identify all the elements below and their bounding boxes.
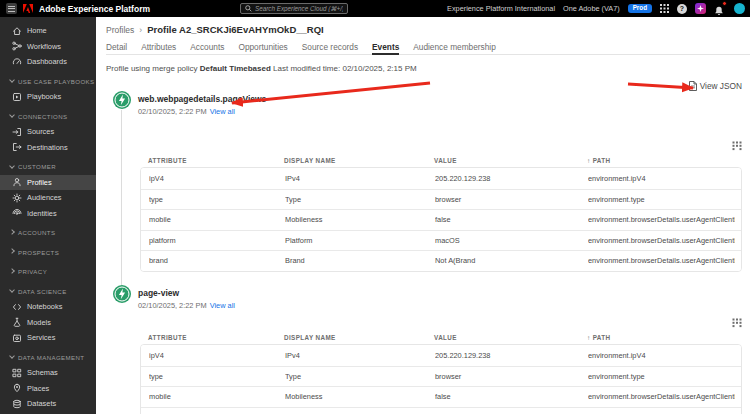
app-title: Adobe Experience Platform <box>39 4 150 14</box>
column-header-attribute[interactable]: ATTRIBUTE <box>140 334 284 341</box>
section-label: USE CASE PLAYBOOKS <box>18 78 95 85</box>
section-label: PROSPECTS <box>18 249 59 256</box>
sidebar-item-label: Profiles <box>27 178 52 187</box>
column-header-label: PATH <box>593 157 611 164</box>
sidebar-item-label: Datasets <box>27 399 56 408</box>
tab-attributes[interactable]: Attributes <box>141 41 176 55</box>
attribute-cell: mobile <box>141 215 285 224</box>
column-header-label: VALUE <box>434 157 457 164</box>
tab-detail[interactable]: Detail <box>106 41 127 55</box>
sidebar-item-destinations[interactable]: Destinations <box>0 140 96 156</box>
path-cell: environment.browserDetails.userAgentClie… <box>588 215 741 224</box>
sidebar-item-label: Home <box>27 26 47 35</box>
customize-table-icon[interactable] <box>732 137 742 149</box>
chevron-right-icon <box>9 248 15 254</box>
home-icon <box>12 26 22 36</box>
sidebar-item-models[interactable]: Models <box>0 315 96 331</box>
sort-ascending-icon: ↑ <box>587 334 591 341</box>
display-name-cell: IPv4 <box>285 351 435 360</box>
column-header-value[interactable]: VALUE <box>434 334 587 341</box>
column-header-path[interactable]: ↑PATH <box>587 334 742 341</box>
event-attributes-table: ATTRIBUTEDISPLAY NAMEVALUE↑PATHipV4IPv42… <box>140 137 742 272</box>
profiles-icon <box>12 177 22 187</box>
view-all-link[interactable]: View all <box>210 301 235 310</box>
org-name[interactable]: Experience Platform International <box>447 4 555 13</box>
search-icon <box>245 5 252 12</box>
last-modified-time: 02/10/2025, 2:15 PM <box>342 64 416 73</box>
table-header-row: ATTRIBUTEDISPLAY NAMEVALUE↑PATH <box>140 153 742 167</box>
tab-accounts[interactable]: Accounts <box>190 41 224 55</box>
event-name: web.webpagedetails.pageViews <box>138 94 266 104</box>
sidebar-item-playbooks[interactable]: Playbooks <box>0 89 96 105</box>
path-cell: environment.browserDetails.userAgentClie… <box>588 256 741 265</box>
sidebar-item-label: Audiences <box>27 193 62 202</box>
notification-badge <box>722 1 727 6</box>
display-name-cell: Type <box>285 195 435 204</box>
sidebar-section-data-science[interactable]: DATA SCIENCE <box>0 284 96 300</box>
table-header-row: ATTRIBUTEDISPLAY NAMEVALUE↑PATH <box>140 330 742 344</box>
sidebar-item-identities[interactable]: Identities <box>0 206 96 222</box>
column-header-display-name[interactable]: DISPLAY NAME <box>284 157 434 164</box>
view-json-button[interactable]: View JSON <box>689 81 742 91</box>
attribute-cell: type <box>141 372 285 381</box>
sidebar-section-privacy[interactable]: PRIVACY <box>0 264 96 280</box>
tab-opportunities[interactable]: Opportunities <box>238 41 287 55</box>
ai-assistant-icon[interactable] <box>695 3 706 14</box>
sidebar-item-sources[interactable]: Sources <box>0 124 96 140</box>
view-all-link[interactable]: View all <box>210 107 235 116</box>
section-label: DATA SCIENCE <box>18 288 67 295</box>
tab-source-records[interactable]: Source records <box>302 41 358 55</box>
breadcrumb-separator: › <box>139 25 142 35</box>
notebooks-icon <box>12 302 22 312</box>
sidebar-item-label: Schemas <box>27 368 58 377</box>
customize-table-icon[interactable] <box>732 314 742 326</box>
sidebar-item-label: Playbooks <box>27 92 61 101</box>
sidebar-section-data-management[interactable]: DATA MANAGEMENT <box>0 350 96 366</box>
column-header-path[interactable]: ↑PATH <box>587 157 742 164</box>
app-switcher-icon[interactable] <box>6 3 17 14</box>
chevron-down-icon <box>9 163 15 169</box>
sidebar-section-customer[interactable]: CUSTOMER <box>0 159 96 175</box>
column-header-display-name[interactable]: DISPLAY NAME <box>284 334 434 341</box>
schemas-icon <box>12 368 22 378</box>
column-header-attribute[interactable]: ATTRIBUTE <box>140 157 284 164</box>
search-placeholder: Search Experience Cloud (⌘+/) <box>255 5 343 12</box>
audiences-icon <box>12 193 22 203</box>
table-row: mobileMobilenessfalseenvironment.browser… <box>141 386 741 407</box>
breadcrumb-profiles-link[interactable]: Profiles <box>106 25 134 35</box>
column-header-label: ATTRIBUTE <box>148 157 187 164</box>
sidebar-section-accounts[interactable]: ACCOUNTS <box>0 225 96 241</box>
sidebar-item-dashboards[interactable]: Dashboards <box>0 54 96 70</box>
value-cell: false <box>435 215 588 224</box>
column-header-value[interactable]: VALUE <box>434 157 587 164</box>
attribute-cell: platform <box>141 236 285 245</box>
sidebar-item-datasets[interactable]: Datasets <box>0 396 96 412</box>
notifications-bell-icon[interactable] <box>714 3 726 15</box>
app-grid-icon[interactable] <box>660 4 669 13</box>
sidebar-item-services[interactable]: Services <box>0 330 96 346</box>
sidebar-item-profiles[interactable]: Profiles <box>0 175 96 191</box>
sidebar-section-connections[interactable]: CONNECTIONS <box>0 109 96 125</box>
sidebar-section-use-case-playbooks[interactable]: USE CASE PLAYBOOKS <box>0 74 96 90</box>
attribute-cell: type <box>141 195 285 204</box>
tab-events[interactable]: Events <box>372 41 399 55</box>
table-row: brandBrandNot A(Brandenvironment.browser… <box>141 250 741 271</box>
sandbox-name[interactable]: One Adobe (VA7) <box>563 4 620 13</box>
user-avatar[interactable] <box>734 3 745 14</box>
help-icon[interactable]: ? <box>677 4 687 14</box>
sidebar-item-notebooks[interactable]: Notebooks <box>0 299 96 315</box>
sidebar-item-workflows[interactable]: Workflows <box>0 39 96 55</box>
column-header-label: PATH <box>593 334 611 341</box>
sort-ascending-icon: ↑ <box>587 157 591 164</box>
sidebar-section-prospects[interactable]: PROSPECTS <box>0 245 96 261</box>
sidebar-item-home[interactable]: Home <box>0 23 96 39</box>
tab-audience-membership[interactable]: Audience membership <box>413 41 496 55</box>
display-name-cell: Brand <box>285 256 435 265</box>
sidebar-item-schemas[interactable]: Schemas <box>0 365 96 381</box>
sidebar-item-places[interactable]: Places <box>0 381 96 397</box>
table-body: ipV4IPv4205.220.129.238environment.ipV4t… <box>140 167 742 272</box>
path-cell: environment.type <box>588 195 741 204</box>
global-search-input[interactable]: Search Experience Cloud (⌘+/) <box>240 3 348 14</box>
sidebar-item-audiences[interactable]: Audiences <box>0 190 96 206</box>
value-cell: browser <box>435 372 588 381</box>
